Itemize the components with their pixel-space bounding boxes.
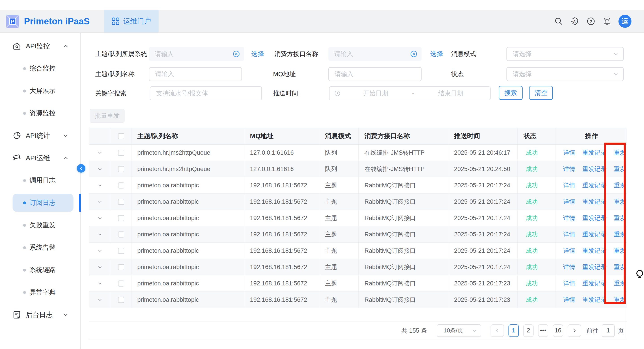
row-checkbox[interactable]	[118, 199, 124, 205]
resend-record-link[interactable]: 重发记录	[579, 181, 610, 189]
notification-bell-icon[interactable]	[602, 16, 612, 26]
clear-circle-icon[interactable]	[232, 50, 240, 58]
goto-page-input[interactable]: 1	[602, 324, 615, 337]
sidebar-item-call-log[interactable]: 调用日志	[0, 169, 80, 192]
row-expand-cell[interactable]	[89, 275, 111, 292]
status-select[interactable]: 请选择	[506, 67, 624, 81]
next-page-button[interactable]	[568, 324, 581, 337]
row-expand-cell[interactable]	[89, 292, 111, 308]
detail-link[interactable]: 详情	[560, 149, 579, 157]
row-checkbox[interactable]	[118, 182, 124, 189]
consumer-input[interactable]: 请输入	[328, 47, 422, 61]
row-checkbox[interactable]	[118, 264, 124, 270]
avatar[interactable]: 运	[618, 15, 632, 28]
row-expand-cell[interactable]	[89, 145, 111, 161]
page-more-button[interactable]: •••	[538, 324, 548, 337]
sidebar-item-composite-monitor[interactable]: 综合监控	[0, 57, 80, 80]
detail-link[interactable]: 详情	[560, 263, 579, 271]
push-time-range-picker[interactable]: 开始日期 - 结束日期	[329, 86, 490, 100]
name-input[interactable]: 请输入	[149, 67, 242, 81]
detail-link[interactable]: 详情	[560, 230, 579, 238]
lightbulb-icon[interactable]	[635, 269, 644, 280]
sidebar-item-failed-resend[interactable]: 失败重发	[0, 214, 80, 236]
resend-record-link[interactable]: 重发记录	[579, 198, 610, 206]
row-checkbox[interactable]	[118, 166, 124, 172]
clear-button[interactable]: 清空	[529, 86, 553, 100]
tab-ops-portal[interactable]: 运维门户	[104, 10, 158, 32]
svg-text:?: ?	[590, 19, 592, 24]
search-button[interactable]: 搜索	[499, 86, 522, 100]
detail-link[interactable]: 详情	[560, 214, 579, 222]
row-checkbox[interactable]	[118, 281, 124, 287]
sidebar-item-subscription-log[interactable]: 订阅日志	[0, 192, 80, 214]
help-icon[interactable]: ?	[586, 16, 596, 26]
resend-link[interactable]: 重发	[610, 214, 628, 222]
system-input[interactable]: 请输入	[149, 47, 244, 61]
sidebar-item-system-link[interactable]: 系统链路	[0, 259, 80, 281]
resend-record-link[interactable]: 重发记录	[579, 263, 610, 271]
resend-record-link[interactable]: 重发记录	[579, 247, 610, 255]
cell-time: 2025-05-21 20:17:24	[448, 226, 518, 242]
row-checkbox[interactable]	[118, 248, 124, 254]
sidebar-item-big-screen[interactable]: 大屏展示	[0, 80, 80, 102]
sidebar-item-backend-log[interactable]: 后台日志	[0, 304, 80, 326]
resend-record-link[interactable]: 重发记录	[579, 279, 610, 288]
resend-link[interactable]: 重发	[610, 198, 628, 206]
ai-assistant-icon[interactable]: AI	[570, 16, 580, 26]
resend-link[interactable]: 重发	[610, 165, 628, 173]
consumer-select-link[interactable]: 选择	[430, 47, 443, 61]
sidebar-item-system-alert[interactable]: 系统告警	[0, 236, 80, 259]
sidebar-item-api-statistics[interactable]: API统计	[0, 124, 80, 147]
resend-link[interactable]: 重发	[610, 296, 628, 304]
clear-circle-icon[interactable]	[410, 50, 418, 58]
system-select-link[interactable]: 选择	[251, 47, 264, 61]
resend-link[interactable]: 重发	[610, 149, 628, 157]
batch-resend-button[interactable]: 批量重发	[90, 109, 124, 123]
resend-link[interactable]: 重发	[610, 263, 628, 271]
page-button-16[interactable]: 16	[553, 324, 563, 337]
chevron-down-icon	[472, 328, 477, 333]
row-checkbox[interactable]	[118, 297, 124, 303]
prev-page-button[interactable]	[490, 324, 504, 337]
row-expand-cell[interactable]	[89, 210, 111, 226]
page-button-2[interactable]: 2	[523, 324, 534, 337]
resend-record-link[interactable]: 重发记录	[579, 296, 610, 304]
detail-link[interactable]: 详情	[560, 198, 579, 206]
keyword-input[interactable]: 支持流水号/报文体	[150, 86, 262, 100]
sidebar-item-resource-monitor[interactable]: 资源监控	[0, 102, 80, 124]
resend-link[interactable]: 重发	[610, 247, 628, 255]
detail-link[interactable]: 详情	[560, 165, 579, 173]
resend-record-link[interactable]: 重发记录	[579, 230, 610, 238]
resend-record-link[interactable]: 重发记录	[579, 214, 610, 222]
page-button-1[interactable]: 1	[508, 324, 519, 337]
resend-link[interactable]: 重发	[610, 181, 628, 189]
row-expand-cell[interactable]	[89, 259, 111, 275]
sidebar-collapse-button[interactable]	[77, 164, 85, 173]
row-checkbox[interactable]	[118, 215, 124, 221]
resend-link[interactable]: 重发	[610, 279, 628, 288]
mq-input[interactable]: 请输入	[328, 67, 422, 81]
detail-link[interactable]: 详情	[560, 296, 579, 304]
row-checkbox[interactable]	[118, 232, 124, 238]
resend-link[interactable]: 重发	[610, 230, 628, 238]
row-expand-cell[interactable]	[89, 194, 111, 210]
table-row: primeton.oa.rabbittopic 192.168.16.181:5…	[89, 194, 627, 210]
sidebar-item-api-monitor[interactable]: API监控	[0, 35, 80, 57]
detail-link[interactable]: 详情	[560, 247, 579, 255]
sidebar-item-exception-dict[interactable]: 异常字典	[0, 281, 80, 304]
row-expand-cell[interactable]	[89, 243, 111, 259]
row-expand-cell[interactable]	[89, 177, 111, 193]
row-checkbox[interactable]	[118, 150, 124, 156]
sidebar-item-label: API运维	[26, 154, 50, 163]
mode-select[interactable]: 请选择	[506, 47, 624, 61]
select-all-checkbox[interactable]	[118, 133, 124, 139]
resend-record-link[interactable]: 重发记录	[579, 165, 610, 173]
sidebar-item-api-ops[interactable]: API运维	[0, 147, 80, 169]
detail-link[interactable]: 详情	[560, 181, 579, 189]
page-size-select[interactable]: 10条/页	[437, 324, 481, 337]
row-expand-cell[interactable]	[89, 161, 111, 177]
row-expand-cell[interactable]	[89, 226, 111, 242]
detail-link[interactable]: 详情	[560, 279, 579, 288]
search-icon[interactable]	[554, 16, 563, 26]
resend-record-link[interactable]: 重发记录	[579, 149, 610, 157]
